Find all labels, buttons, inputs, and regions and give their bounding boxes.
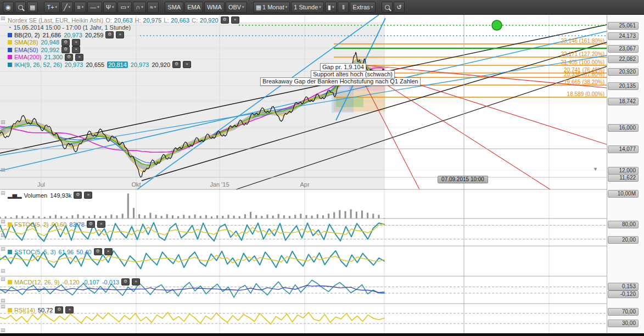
wma-button[interactable]: WMA xyxy=(204,2,225,13)
axis-price-tag: 20,00 xyxy=(608,236,639,244)
x-axis-label: Okt xyxy=(131,181,141,188)
panel-label-row-rsi: RSI(14)50,72⚙× xyxy=(8,306,74,313)
camera-icon[interactable]: ◉ xyxy=(3,2,14,13)
price-axis[interactable]: 25,06124,17323,06722,08220,92020,13518,7… xyxy=(607,15,644,333)
chevron-down-icon: ▾ xyxy=(319,5,321,9)
panel-handle-icon[interactable]: ▤ xyxy=(1,167,5,172)
indicator-label: IKH(9, 26, 52, 26) xyxy=(14,61,62,68)
zoom-in-icon[interactable] xyxy=(382,2,393,13)
panel-handle-icon[interactable]: ▤ xyxy=(1,298,5,303)
axis-price-tag: 14,077 xyxy=(608,145,639,153)
axis-price-tag: 0,153 xyxy=(608,283,639,290)
close-icon[interactable]: × xyxy=(72,39,80,46)
horizontal-line-tool-icon[interactable]: ―▾ xyxy=(87,2,102,13)
indicator-value: 20,973 xyxy=(64,32,82,38)
panel-handle-icon[interactable]: ▤ xyxy=(1,268,5,273)
indicator-swatch xyxy=(8,63,12,67)
main-toolbar: ◉▦T+▾╱▾≡▾―▾Ψ▾▭▾∩▾≈▾SMAEMAWMAOBV▾▦1 Monat… xyxy=(0,0,644,15)
panel-handle-icon[interactable]: ▤ xyxy=(1,16,5,21)
chevron-down-icon: ▾ xyxy=(154,5,156,9)
chevron-down-icon: ▾ xyxy=(371,5,373,9)
search-icon xyxy=(18,5,23,10)
panel-indicator-value: 50,72 xyxy=(38,307,53,313)
clock-icon: ◔ xyxy=(8,24,12,31)
indicator-value: 20,920 xyxy=(152,61,170,68)
ohlc-key: H: xyxy=(135,17,141,24)
timeframe-hour-button[interactable]: 1 Stunde▾ xyxy=(291,2,324,13)
annotation-gap[interactable]: Gap pr. 1,9.104 xyxy=(320,63,366,71)
panel-indicator-value: 90,60 xyxy=(52,221,67,228)
settings-icon[interactable]: ⚙ xyxy=(61,39,70,46)
close-icon[interactable]: × xyxy=(231,16,239,24)
panel-handle-icon[interactable]: ▤ xyxy=(1,304,5,309)
target-marker-circle[interactable] xyxy=(492,20,502,30)
sma-button[interactable]: SMA xyxy=(165,2,183,13)
arc-tool-icon[interactable]: ∩▾ xyxy=(133,2,145,13)
indicator-value: 20,992 xyxy=(41,47,59,53)
obv-button[interactable]: OBV▾ xyxy=(226,2,247,13)
settings-icon[interactable]: ⚙ xyxy=(94,248,102,255)
zoom-in-icon xyxy=(385,5,390,10)
compare-button[interactable]: ‖ xyxy=(338,2,349,13)
timeframe-month-button-label: 1 Monat xyxy=(262,4,284,10)
indicator-legend-row: BB(20, 2)21,68620,97320,259⚙× xyxy=(8,31,124,38)
axis-price-tag: 80,00 xyxy=(608,221,639,228)
timeframe-hour-button-label: 1 Stunde xyxy=(294,4,318,10)
settings-icon[interactable]: ⚙ xyxy=(121,278,130,285)
close-icon[interactable]: × xyxy=(72,46,80,53)
undo-icon[interactable]: ↺ xyxy=(394,2,405,13)
extras-button[interactable]: Extras▾ xyxy=(350,2,376,13)
chevron-down-icon: ▾ xyxy=(55,5,58,9)
settings-icon[interactable]: ⚙ xyxy=(221,16,229,24)
fibonacci-tool-icon: ≡ xyxy=(77,4,80,10)
panel-handle-icon[interactable]: ▤ xyxy=(1,233,5,238)
fibonacci-tool-icon[interactable]: ≡▾ xyxy=(74,2,86,13)
panel-handle-icon[interactable]: ▤ xyxy=(1,277,5,282)
indicator-swatch xyxy=(8,222,12,227)
camera-icon: ◉ xyxy=(5,4,11,10)
settings-icon[interactable]: ⚙ xyxy=(74,192,82,199)
close-icon[interactable]: × xyxy=(75,54,83,61)
close-icon[interactable]: × xyxy=(65,306,74,313)
ema-button[interactable]: EMA xyxy=(184,2,203,13)
panel-handle-icon[interactable]: ▤ xyxy=(1,219,5,224)
x-axis-label: Jan '15 xyxy=(210,181,229,188)
panel-indicator-value: -0,013 xyxy=(102,279,119,285)
close-icon[interactable]: × xyxy=(97,221,105,228)
trendline-tool-icon[interactable]: ╱▾ xyxy=(61,2,73,13)
close-icon[interactable]: × xyxy=(104,248,113,255)
settings-icon[interactable]: ⚙ xyxy=(105,31,114,38)
close-icon[interactable]: × xyxy=(183,61,191,68)
annotation-breakaway-gap[interactable]: Breakaway Gap der Banken Hochstufung nac… xyxy=(260,77,421,86)
indicator-legend-row: IKH(9, 26, 52, 26)20,97320,65520,81420,9… xyxy=(8,61,191,68)
chart-style-button[interactable]: ▮▾ xyxy=(325,2,337,13)
settings-icon[interactable]: ⚙ xyxy=(61,46,70,53)
settings-icon[interactable]: ⚙ xyxy=(172,61,181,68)
panel-handle-icon[interactable]: ▤ xyxy=(1,120,5,125)
settings-icon[interactable]: ⚙ xyxy=(65,54,73,61)
panel-handle-icon[interactable]: ▤ xyxy=(1,247,5,251)
wave-tool-icon[interactable]: ≈▾ xyxy=(147,2,159,13)
eraser-tool-icon[interactable]: ▭▾ xyxy=(117,2,132,13)
panel-handle-icon[interactable]: ▤ xyxy=(1,328,5,333)
close-icon[interactable]: × xyxy=(132,278,140,285)
panel-indicator-label: MACD(12, 26, 9) xyxy=(14,279,60,285)
axis-price-tag: 25,061 xyxy=(608,22,639,30)
toolbar-group-indicator_buttons: SMAEMAWMAOBV▾ xyxy=(164,2,247,13)
text-tool-icon[interactable]: T+▾ xyxy=(44,2,60,13)
scroll-latest-icon[interactable]: ▼ xyxy=(593,166,598,172)
search-icon[interactable] xyxy=(15,2,26,13)
close-icon[interactable]: × xyxy=(116,31,124,38)
timeframe-month-button[interactable]: ▦1 Monat▾ xyxy=(253,2,290,13)
annotation-support[interactable]: Support altes hoch (schwach) xyxy=(311,70,395,79)
layout-grid-icon[interactable]: ▦ xyxy=(27,2,38,13)
settings-icon[interactable]: ⚙ xyxy=(87,221,95,228)
settings-icon[interactable]: ⚙ xyxy=(55,306,63,313)
panel-indicator-label: FSTOC(5, 2) xyxy=(14,221,49,228)
close-icon[interactable]: × xyxy=(84,192,92,199)
panel-handle-icon[interactable]: ▤ xyxy=(1,191,5,195)
panel-handle-icon[interactable]: ▤ xyxy=(1,127,5,132)
indicator-value: 20,973 xyxy=(65,61,83,68)
pitchfork-tool-icon[interactable]: Ψ▾ xyxy=(103,2,117,13)
obv-button-label: OBV xyxy=(228,4,241,10)
